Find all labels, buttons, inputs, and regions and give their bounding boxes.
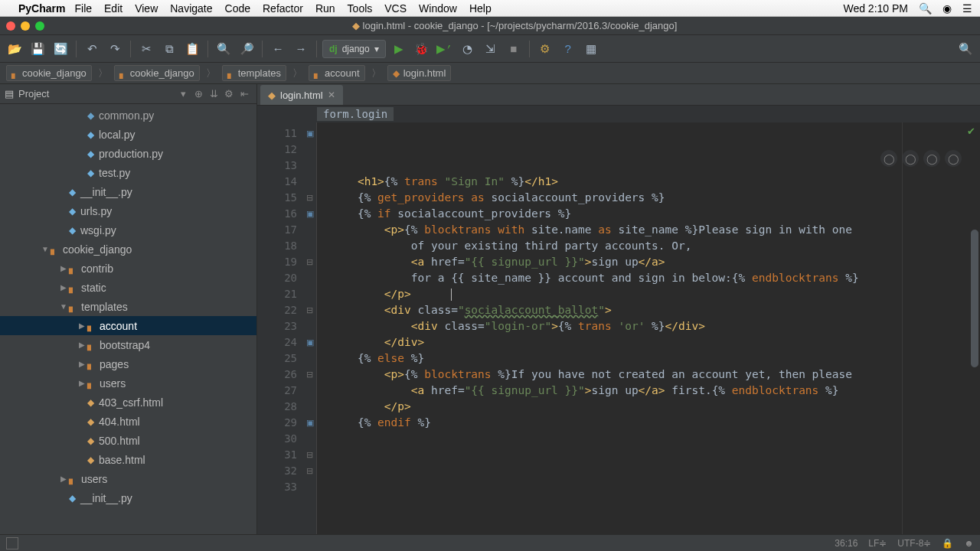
vertical-scrollbar[interactable]: [971, 230, 978, 367]
line-number[interactable]: 25: [257, 350, 297, 367]
debug-button[interactable]: 🐞: [412, 39, 432, 59]
mac-menu-item[interactable]: VCS: [384, 2, 407, 15]
tree-file[interactable]: ◆test.py: [0, 163, 256, 182]
line-number[interactable]: 30: [257, 431, 297, 447]
collapse-all-icon[interactable]: ⇊: [206, 88, 221, 99]
mac-menu-item[interactable]: File: [74, 2, 92, 15]
code-line[interactable]: </p>: [331, 399, 980, 415]
project-view-icon[interactable]: ▤: [5, 88, 14, 99]
mac-menu-item[interactable]: Edit: [104, 2, 122, 15]
code-editor[interactable]: <h1>{% trans "Sign In" %}</h1> {% get_pr…: [317, 122, 980, 534]
attach-button[interactable]: ⇲: [481, 39, 501, 59]
cut-icon[interactable]: ✂: [136, 39, 156, 59]
fold-gutter-icon[interactable]: ⊟: [303, 447, 316, 463]
code-line[interactable]: </p>: [331, 286, 980, 302]
code-line[interactable]: </div>: [331, 334, 980, 350]
line-number[interactable]: 28: [257, 399, 297, 415]
breadcrumb-item[interactable]: ▖templates: [222, 65, 286, 81]
line-number[interactable]: 27: [257, 383, 297, 399]
mac-menu-item[interactable]: Refactor: [263, 2, 303, 15]
mac-menu-item[interactable]: Window: [419, 2, 457, 15]
run-coverage-button[interactable]: ▶⎖: [435, 39, 455, 59]
chevron-right-icon[interactable]: ▶: [58, 264, 69, 272]
chevron-down-icon[interactable]: ▼: [58, 302, 69, 311]
chevron-right-icon[interactable]: ▶: [77, 341, 87, 349]
line-number[interactable]: 16: [257, 206, 297, 222]
profile-button[interactable]: ◔: [458, 39, 478, 59]
code-line[interactable]: <p>{% blocktrans %}If you have not creat…: [331, 367, 980, 383]
forward-icon[interactable]: →: [291, 39, 311, 59]
line-number[interactable]: 20: [257, 270, 297, 286]
undo-icon[interactable]: ↶: [82, 39, 102, 59]
line-number[interactable]: 19: [257, 254, 297, 270]
spotlight-icon[interactable]: 🔍: [919, 2, 932, 15]
tree-folder[interactable]: ▶▖contrib: [0, 259, 256, 278]
fold-gutter-icon[interactable]: ⊟: [303, 190, 316, 206]
line-number[interactable]: 14: [257, 174, 297, 190]
chevron-right-icon[interactable]: ▶: [77, 379, 87, 387]
paste-icon[interactable]: 📋: [182, 39, 202, 59]
line-separator[interactable]: LF≑: [868, 538, 887, 549]
cursor-position[interactable]: 36:16: [835, 538, 858, 549]
line-number[interactable]: 15: [257, 190, 297, 206]
tree-folder[interactable]: ▶▖users: [0, 373, 256, 393]
tree-file[interactable]: ◆production.py: [0, 144, 256, 163]
sync-icon[interactable]: 🔄: [51, 39, 70, 59]
breadcrumb-item[interactable]: ▖account: [309, 65, 365, 81]
line-number[interactable]: 11: [257, 126, 297, 142]
search-everywhere-icon[interactable]: 🔍: [956, 39, 975, 59]
code-line[interactable]: <p>{% blocktrans with site.name as site_…: [331, 222, 980, 238]
siri-icon[interactable]: ◉: [942, 2, 952, 15]
mac-menu-item[interactable]: Tools: [348, 2, 373, 15]
help-icon[interactable]: ?: [558, 39, 578, 59]
run-button[interactable]: ▶: [389, 39, 409, 59]
project-tool-title[interactable]: Project: [18, 88, 175, 99]
tree-file[interactable]: ◆wsgi.py: [0, 220, 256, 240]
code-line[interactable]: <h1>{% trans "Sign In" %}</h1>: [331, 174, 980, 190]
line-number[interactable]: 32: [257, 463, 297, 479]
code-line[interactable]: {% get_providers as socialaccount_provid…: [331, 190, 980, 206]
fold-gutter-icon[interactable]: ⊟: [303, 463, 316, 479]
code-line[interactable]: {% endif %}: [331, 415, 980, 431]
project-tree[interactable]: ◆common.py◆local.py◆production.py◆test.p…: [0, 104, 256, 534]
chevron-right-icon[interactable]: ▶: [58, 283, 69, 292]
line-number[interactable]: 22: [257, 302, 297, 318]
line-number[interactable]: 24: [257, 334, 297, 350]
fold-gutter-icon[interactable]: ⊟: [303, 254, 316, 270]
fold-gutter-icon[interactable]: ⊟: [303, 302, 316, 318]
settings-icon[interactable]: ⚙: [535, 39, 555, 59]
mac-menu-item[interactable]: View: [135, 2, 158, 15]
line-number[interactable]: 29: [257, 415, 297, 431]
mac-app-name[interactable]: PyCharm: [18, 2, 65, 15]
chevron-down-icon[interactable]: ▼: [40, 245, 51, 253]
stop-button[interactable]: ■: [504, 39, 524, 59]
chrome-icon[interactable]: ◯: [880, 150, 897, 167]
breadcrumb-item[interactable]: ▖cookie_django: [6, 65, 92, 81]
copy-icon[interactable]: ⧉: [159, 39, 179, 59]
tree-folder[interactable]: ▶▖static: [0, 278, 256, 297]
line-number[interactable]: 31: [257, 447, 297, 463]
code-line[interactable]: <a href="{{ signup_url }}">sign up</a>: [331, 254, 980, 270]
tool-windows-toggle-icon[interactable]: [6, 537, 18, 549]
window-close-button[interactable]: [6, 21, 15, 31]
save-all-icon[interactable]: 💾: [28, 39, 47, 59]
tree-file[interactable]: ◆403_csrf.html: [0, 393, 256, 412]
line-number[interactable]: 23: [257, 318, 297, 334]
tree-file[interactable]: ◆__init__.py: [0, 488, 256, 507]
chevron-right-icon[interactable]: ▶: [77, 321, 87, 330]
redo-icon[interactable]: ↷: [105, 39, 125, 59]
line-number[interactable]: 21: [257, 286, 297, 302]
fold-gutter-icon[interactable]: ⊟: [303, 367, 316, 383]
breadcrumb-item[interactable]: ▖cookie_django: [114, 65, 200, 81]
chevron-right-icon[interactable]: ▶: [58, 474, 69, 483]
mac-menu-item[interactable]: Code: [225, 2, 250, 15]
open-icon[interactable]: 📂: [5, 39, 24, 59]
opera-icon[interactable]: ◯: [945, 150, 962, 167]
tree-file[interactable]: ◆urls.py: [0, 201, 256, 220]
tree-file[interactable]: ◆local.py: [0, 125, 256, 144]
structure-icon[interactable]: ▦: [581, 39, 601, 59]
chevron-down-icon[interactable]: ▾: [175, 88, 191, 99]
line-number[interactable]: 17: [257, 222, 297, 238]
code-line[interactable]: {% else %}: [331, 350, 980, 367]
tree-file[interactable]: ◆common.py: [0, 106, 256, 125]
